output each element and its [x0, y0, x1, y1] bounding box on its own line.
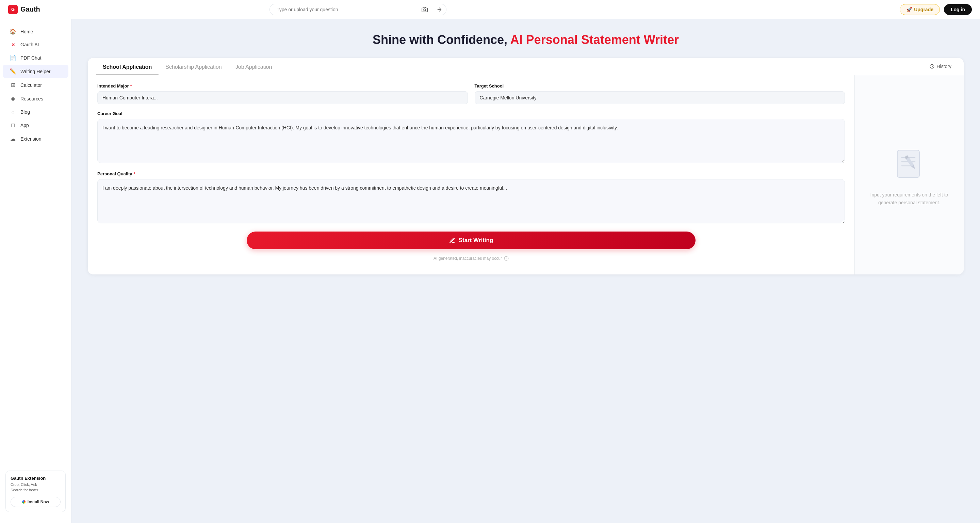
tab-job-application[interactable]: Job Application: [229, 58, 279, 75]
search-input[interactable]: [269, 4, 447, 15]
rocket-icon: 🚀: [906, 7, 912, 12]
sidebar-label-gauth-ai: Gauth AI: [21, 42, 39, 47]
sidebar-label-blog: Blog: [21, 109, 30, 115]
sidebar-label-home: Home: [21, 29, 33, 34]
form-card: School Application Scholarship Applicati…: [88, 58, 964, 274]
sidebar-bottom: Gauth Extension Crop, Click, Ask Search …: [0, 465, 71, 518]
sidebar-nav: 🏠 Home ✕ Gauth AI 📄 PDF Chat ✏️ Writing …: [0, 24, 71, 146]
nav-right: 🚀 Upgrade Log in: [900, 4, 972, 15]
target-school-label: Target School: [475, 83, 845, 89]
app-icon: □: [10, 122, 16, 128]
tabs-bar: School Application Scholarship Applicati…: [88, 58, 964, 75]
sidebar-label-app: App: [21, 123, 29, 128]
layout: 🏠 Home ✕ Gauth AI 📄 PDF Chat ✏️ Writing …: [0, 19, 980, 523]
resources-icon: ◈: [10, 95, 16, 102]
info-icon: [504, 256, 509, 261]
svg-point-0: [424, 8, 426, 11]
history-icon: [930, 64, 934, 69]
form-right-panel: Input your requirements on the left to g…: [855, 75, 964, 274]
start-writing-button[interactable]: Start Writing: [247, 231, 695, 249]
sidebar-item-gauth-ai[interactable]: ✕ Gauth AI: [3, 38, 68, 51]
sidebar-item-calculator[interactable]: ⊞ Calculator: [3, 78, 68, 92]
extension-card: Gauth Extension Crop, Click, Ask Search …: [5, 470, 66, 512]
search-bar: [269, 4, 447, 15]
disclaimer-text: AI generated, inaccuracies may occur: [434, 256, 502, 261]
target-school-group: Target School: [475, 83, 845, 104]
career-goal-section: Career Goal I want to become a leading r…: [97, 111, 845, 164]
form-body: Intended Major * Target School: [88, 75, 964, 274]
writing-icon: [449, 237, 455, 244]
extension-desc-1: Crop, Click, Ask: [11, 482, 60, 487]
upgrade-button[interactable]: 🚀 Upgrade: [900, 4, 940, 15]
start-writing-label: Start Writing: [459, 237, 493, 244]
illustration-svg: [889, 144, 930, 184]
sidebar-label-writing-helper: Writing Helper: [21, 69, 50, 74]
required-star: *: [130, 83, 132, 89]
upgrade-label: Upgrade: [914, 7, 933, 12]
pencil-icon: ✏️: [10, 68, 16, 75]
sidebar-item-home[interactable]: 🏠 Home: [3, 25, 68, 38]
target-school-input[interactable]: [475, 91, 845, 104]
history-label: History: [937, 64, 951, 69]
sidebar-item-extension[interactable]: ☁ Extension: [3, 132, 68, 145]
tab-scholarship-application[interactable]: Scholarship Application: [159, 58, 228, 75]
logo-icon: G: [8, 5, 18, 14]
chrome-icon: [22, 500, 25, 504]
ai-disclaimer: AI generated, inaccuracies may occur: [97, 256, 845, 266]
title-red: AI Personal Statement Writer: [508, 33, 679, 47]
main-content: Shine with Confidence, AI Personal State…: [72, 19, 980, 523]
personal-quality-section: Personal Quality * I am deeply passionat…: [97, 171, 845, 225]
divider: [432, 6, 432, 13]
form-left: Intended Major * Target School: [88, 75, 855, 274]
sidebar-item-writing-helper[interactable]: ✏️ Writing Helper: [3, 65, 68, 78]
topnav: G Gauth 🚀 Upgrade Log in: [0, 0, 980, 19]
calculator-icon: ⊞: [10, 82, 16, 88]
camera-icon[interactable]: [420, 5, 429, 14]
gauth-ai-icon: ✕: [10, 42, 16, 47]
extension-title: Gauth Extension: [11, 476, 60, 481]
extension-icon: ☁: [10, 136, 16, 142]
install-button[interactable]: Install Now: [11, 497, 60, 507]
send-icon[interactable]: [435, 5, 444, 14]
pdf-icon: 📄: [10, 54, 16, 61]
install-label: Install Now: [27, 499, 49, 504]
blog-icon: ○: [10, 109, 16, 115]
career-goal-label: Career Goal: [97, 111, 845, 116]
personal-quality-label: Personal Quality *: [97, 171, 845, 176]
logo-text: Gauth: [21, 5, 40, 13]
personal-quality-textarea[interactable]: I am deeply passionate about the interse…: [97, 179, 845, 223]
sidebar-item-pdf-chat[interactable]: 📄 PDF Chat: [3, 51, 68, 64]
title-black: Shine with Confidence,: [372, 33, 508, 47]
sidebar-label-pdf-chat: PDF Chat: [21, 55, 41, 61]
page-title: Shine with Confidence, AI Personal State…: [88, 33, 964, 47]
login-button[interactable]: Log in: [944, 4, 972, 15]
sidebar-item-app[interactable]: □ App: [3, 119, 68, 132]
logo[interactable]: G Gauth: [8, 5, 40, 14]
right-panel-text: Input your requirements on the left to g…: [864, 191, 954, 206]
sidebar-item-blog[interactable]: ○ Blog: [3, 105, 68, 118]
sidebar: 🏠 Home ✕ Gauth AI 📄 PDF Chat ✏️ Writing …: [0, 19, 72, 523]
field-row-top: Intended Major * Target School: [97, 83, 845, 104]
svg-rect-6: [897, 150, 920, 177]
intended-major-input[interactable]: [97, 91, 468, 104]
extension-desc-2: Search for faster: [11, 488, 60, 493]
career-goal-textarea[interactable]: I want to become a leading researcher an…: [97, 119, 845, 163]
sidebar-label-resources: Resources: [21, 96, 43, 102]
required-star-2: *: [134, 171, 135, 176]
intended-major-label: Intended Major *: [97, 83, 468, 89]
home-icon: 🏠: [10, 28, 16, 35]
history-button[interactable]: History: [926, 61, 956, 72]
sidebar-item-resources[interactable]: ◈ Resources: [3, 92, 68, 105]
sidebar-label-calculator: Calculator: [21, 82, 42, 88]
sidebar-label-extension: Extension: [21, 136, 41, 142]
intended-major-group: Intended Major *: [97, 83, 468, 104]
tab-school-application[interactable]: School Application: [96, 58, 159, 75]
